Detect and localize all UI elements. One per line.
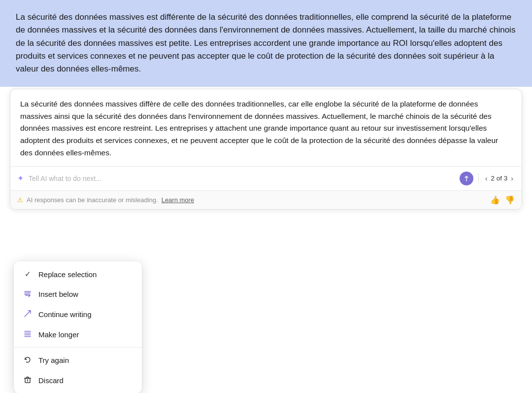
- menu-item-replace[interactable]: ✓ Replace selection: [14, 264, 142, 284]
- menu-label-continue: Continue writing: [38, 310, 92, 319]
- menu-item-insert[interactable]: Insert below: [14, 284, 142, 304]
- dropdown-menu: ✓ Replace selection Insert below: [14, 261, 142, 393]
- selected-text-area: La sécurité des données massives est dif…: [0, 0, 532, 87]
- svg-line-4: [25, 311, 31, 317]
- next-button[interactable]: ›: [509, 174, 515, 183]
- nav-controls: ‹ 2 of 3 ›: [484, 174, 515, 183]
- learn-more-link[interactable]: Learn more: [162, 196, 194, 204]
- nav-count: 2 of 3: [491, 175, 508, 182]
- prev-button[interactable]: ‹: [484, 174, 489, 183]
- main-container: La sécurité des données massives est dif…: [0, 0, 532, 393]
- selected-text: La sécurité des données massives est dif…: [16, 11, 516, 76]
- check-icon: ✓: [23, 270, 33, 279]
- send-icon: [463, 175, 470, 182]
- write-icon: [23, 310, 33, 319]
- ai-response-text: La sécurité des données massives diffère…: [10, 89, 522, 166]
- menu-item-discard[interactable]: Discard: [14, 370, 142, 391]
- ai-warning-row: ⚠ AI responses can be inaccurate or misl…: [10, 190, 522, 209]
- insert-icon: [23, 289, 33, 299]
- ai-input-row: ✦ Tell AI what to do next... ‹ 2 of 3 ›: [10, 166, 522, 190]
- menu-label-retry: Try again: [38, 356, 69, 364]
- send-button[interactable]: [460, 172, 473, 185]
- warning-text: AI responses can be inaccurate or mislea…: [27, 196, 158, 204]
- retry-icon: [23, 356, 33, 365]
- ai-input-placeholder[interactable]: Tell AI what to do next...: [29, 175, 455, 182]
- menu-label-longer: Make longer: [38, 330, 79, 339]
- sparkle-icon: ✦: [17, 174, 24, 183]
- menu-item-longer[interactable]: Make longer: [14, 324, 142, 345]
- menu-item-continue[interactable]: Continue writing: [14, 304, 142, 324]
- menu-item-retry[interactable]: Try again: [14, 350, 142, 370]
- menu-label-replace: Replace selection: [38, 270, 97, 279]
- longer-icon: [23, 330, 33, 339]
- thumbs-up-icon[interactable]: 👍: [490, 195, 500, 205]
- menu-label-discard: Discard: [38, 376, 64, 385]
- ai-input-right: ‹ 2 of 3 ›: [460, 172, 515, 185]
- feedback-icons: 👍 👎: [490, 195, 515, 205]
- divider: [478, 173, 479, 184]
- warning-icon: ⚠: [17, 196, 23, 204]
- warning-left: ⚠ AI responses can be inaccurate or misl…: [17, 196, 194, 204]
- thumbs-down-icon[interactable]: 👎: [505, 195, 515, 205]
- menu-label-insert: Insert below: [38, 290, 78, 298]
- ai-panel: La sécurité des données massives diffère…: [10, 89, 522, 210]
- menu-divider: [14, 347, 142, 348]
- discard-icon: [23, 376, 33, 385]
